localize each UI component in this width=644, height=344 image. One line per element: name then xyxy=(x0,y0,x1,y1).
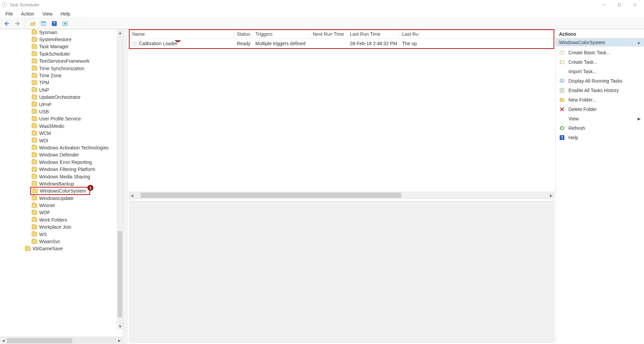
task-cell: Ready xyxy=(234,40,253,47)
tree-item-windowsbackup[interactable]: WindowsBackup xyxy=(0,180,117,187)
tree-item-windows-error-reporting[interactable]: Windows Error Reporting xyxy=(0,159,117,166)
action-delete-folder[interactable]: Delete Folder xyxy=(556,105,644,114)
svg-point-22 xyxy=(561,61,561,62)
task-row[interactable]: Calibration Loader2ReadyMultiple trigger… xyxy=(130,39,554,48)
scroll-right-arrow-icon[interactable]: ▸ xyxy=(117,338,122,343)
tree-item-windows-activation-technologies[interactable]: Windows Activation Technologies xyxy=(0,144,117,151)
collapse-icon[interactable]: ▲ xyxy=(637,40,641,45)
column-header-name[interactable]: Name xyxy=(130,30,234,38)
tree-item-time-synchronization[interactable]: Time Synchronization xyxy=(0,65,117,72)
action-help[interactable]: ?Help xyxy=(556,133,644,142)
minimize-button[interactable] xyxy=(596,0,612,9)
tasklist-horizontal-scrollbar[interactable]: ◂ ▸ xyxy=(129,192,554,199)
run-button[interactable] xyxy=(60,19,70,28)
tree-item-taskscheduler[interactable]: TaskScheduler xyxy=(0,50,117,57)
none-icon xyxy=(559,68,565,75)
tree-item-wdi[interactable]: WDI xyxy=(0,137,117,144)
tree-item-sysmain[interactable]: Sysmain xyxy=(0,29,117,36)
tree-item-label: WindowsBackup xyxy=(39,181,74,187)
tree-item-user-profile-service[interactable]: User Profile Service xyxy=(0,115,117,122)
close-button[interactable] xyxy=(627,0,643,9)
tree-item-windowscolorsystem[interactable]: WindowsColorSystem1 xyxy=(0,188,117,195)
scroll-left-arrow-icon[interactable]: ◂ xyxy=(129,193,135,198)
action-enable-all-tasks-history[interactable]: Enable All Tasks History xyxy=(556,86,644,95)
column-header-status[interactable]: Status xyxy=(234,30,253,38)
tree-item-workplace-join[interactable]: Workplace Join xyxy=(0,224,117,231)
task-cell: The op xyxy=(399,40,420,47)
folder-icon xyxy=(559,97,565,103)
svg-text:?: ? xyxy=(561,136,563,140)
column-header-last-run-time[interactable]: Last Run Time xyxy=(347,30,399,38)
action-create-task[interactable]: Create Task... xyxy=(556,57,644,67)
scroll-left-arrow-icon[interactable]: ◂ xyxy=(1,338,6,343)
folder-tree[interactable]: SysmainSystemRestoreTask ManagerTaskSche… xyxy=(0,29,123,329)
tree-item-xblgamesave[interactable]: XblGameSave xyxy=(0,245,117,252)
tree-vertical-scrollbar[interactable]: ▴ ▾ xyxy=(117,29,123,329)
splitter[interactable] xyxy=(123,29,128,344)
column-header-triggers[interactable]: Triggers xyxy=(253,30,310,38)
folder-icon xyxy=(32,131,37,136)
action-display-all-running-tasks[interactable]: Display All Running Tasks xyxy=(556,76,644,86)
tasklist-h-thumb[interactable] xyxy=(141,193,401,198)
tree-item-work-folders[interactable]: Work Folders xyxy=(0,216,117,223)
task-list[interactable]: NameStatusTriggersNext Run TimeLast Run … xyxy=(130,30,554,48)
tree-v-thumb[interactable] xyxy=(118,231,122,317)
tree-item-wof[interactable]: WOF xyxy=(0,209,117,216)
folder-icon xyxy=(32,181,37,186)
tree-item-windowsupdate[interactable]: WindowsUpdate xyxy=(0,195,117,202)
tree-item-textservicesframework[interactable]: TextServicesFramework xyxy=(0,58,117,65)
nav-forward-button[interactable] xyxy=(13,19,22,28)
window-controls xyxy=(596,0,643,9)
clock-icon xyxy=(559,50,565,56)
menu-help[interactable]: Help xyxy=(57,10,74,17)
tree-item-time-zone[interactable]: Time Zone xyxy=(0,72,117,79)
menu-file[interactable]: File xyxy=(2,10,17,17)
scroll-down-arrow-icon[interactable]: ▾ xyxy=(117,323,123,329)
tree-item-systemrestore[interactable]: SystemRestore xyxy=(0,36,117,43)
task-name-label: Calibration Loader xyxy=(139,41,177,46)
folder-icon xyxy=(32,196,37,200)
maximize-button[interactable] xyxy=(612,0,627,9)
action-create-basic-task[interactable]: Create Basic Task... xyxy=(556,48,644,57)
actions-context-header[interactable]: WindowsColorSystem ▲ xyxy=(556,38,644,47)
action-refresh[interactable]: Refresh xyxy=(556,123,644,133)
tree-item-tpm[interactable]: TPM xyxy=(0,79,117,86)
tree-horizontal-scrollbar[interactable]: ◂ ▸ xyxy=(0,337,123,344)
tree-item-wininet[interactable]: Wininet xyxy=(0,202,117,209)
column-header-last-ru[interactable]: Last Ru xyxy=(399,30,420,38)
tree-item-upnp[interactable]: UPnP xyxy=(0,101,117,108)
folder-icon xyxy=(25,247,30,251)
scroll-up-arrow-icon[interactable]: ▴ xyxy=(117,29,123,35)
main-area: SysmainSystemRestoreTask ManagerTaskSche… xyxy=(0,29,644,344)
action-new-folder[interactable]: New Folder... xyxy=(556,95,644,105)
folder-icon xyxy=(32,239,37,244)
tree-item-updateorchestrator[interactable]: UpdateOrchestrator xyxy=(0,94,117,101)
tree-item-task-manager[interactable]: Task Manager xyxy=(0,43,117,50)
tree-item-unp[interactable]: UNP xyxy=(0,86,117,93)
menu-view[interactable]: View xyxy=(39,10,56,17)
column-header-next-run-time[interactable]: Next Run Time xyxy=(310,30,347,38)
task-list-header[interactable]: NameStatusTriggersNext Run TimeLast Run … xyxy=(130,30,554,39)
tree-item-label: Sysmain xyxy=(39,30,57,35)
tree-item-wcm[interactable]: WCM xyxy=(0,130,117,137)
scroll-right-arrow-icon[interactable]: ▸ xyxy=(549,193,554,198)
tree-item-ws[interactable]: WS xyxy=(0,231,117,238)
tree-item-wwansvc[interactable]: WwanSvc xyxy=(0,238,117,245)
action-item-label: View xyxy=(568,116,579,121)
action-import-task[interactable]: Import Task... xyxy=(556,67,644,76)
action-view[interactable]: View▶ xyxy=(556,114,644,123)
tree-item-windows-media-sharing[interactable]: Windows Media Sharing xyxy=(0,173,117,180)
tree-item-label: WS xyxy=(39,232,47,237)
menu-action[interactable]: Action xyxy=(18,10,38,17)
svg-rect-11 xyxy=(41,22,46,23)
help-button[interactable]: ? xyxy=(50,19,59,28)
up-button[interactable] xyxy=(28,19,37,28)
tree-h-thumb[interactable] xyxy=(7,338,72,343)
tree-item-waasmedic[interactable]: WaaSMedic xyxy=(0,122,117,130)
tree-item-windows-defender[interactable]: Windows Defender xyxy=(0,151,117,159)
tree-item-usb[interactable]: USB xyxy=(0,108,117,115)
tree-item-windows-filtering-platform[interactable]: Windows Filtering Platform xyxy=(0,166,117,173)
nav-back-button[interactable] xyxy=(2,19,11,28)
properties-button[interactable] xyxy=(39,19,48,28)
folder-icon xyxy=(32,232,37,236)
